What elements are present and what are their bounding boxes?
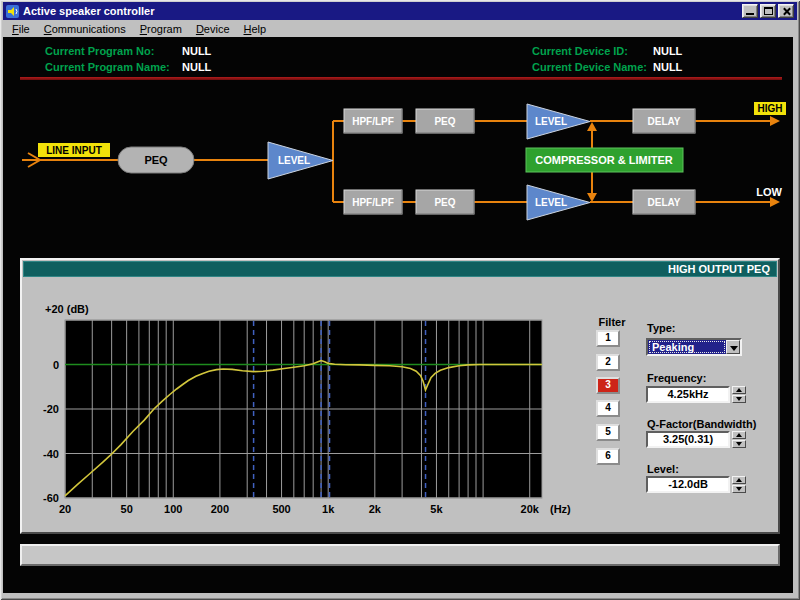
frequency-spin-up[interactable] (732, 386, 746, 394)
status-bar (20, 544, 780, 566)
svg-text:1k: 1k (322, 503, 335, 515)
svg-text:LEVEL: LEVEL (535, 197, 567, 208)
compressor-limiter-block[interactable]: COMPRESSOR & LIMITER (526, 148, 683, 172)
level-label: Level: (647, 463, 679, 475)
type-dropdown-button[interactable] (726, 340, 740, 354)
filter-label: Filter (594, 316, 630, 328)
close-button[interactable] (778, 4, 794, 18)
svg-text:500: 500 (272, 503, 290, 515)
q-factor-spin-up[interactable] (732, 431, 746, 439)
low-peq-block[interactable]: PEQ (416, 190, 474, 214)
frequency-spin-down[interactable] (732, 395, 746, 403)
window-controls (742, 4, 794, 18)
current-program-name-label: Current Program Name: (45, 61, 170, 73)
high-output-label: HIGH (758, 103, 783, 114)
input-level-block[interactable]: LEVEL (268, 142, 333, 179)
high-hpf-block[interactable]: HPF/LPF (344, 109, 402, 133)
current-device-name-value: NULL (653, 61, 682, 73)
level-field[interactable]: -12.0dB (646, 476, 730, 493)
menu-device[interactable]: Device (189, 21, 237, 37)
level-spin-up[interactable] (732, 476, 746, 484)
low-output-label: LOW (756, 186, 782, 198)
type-dropdown[interactable]: Peaking (646, 338, 742, 356)
svg-text:50: 50 (121, 503, 133, 515)
maximize-button[interactable] (760, 4, 776, 18)
svg-text:PEQ: PEQ (434, 197, 455, 208)
low-level-block[interactable]: LEVEL (527, 185, 590, 220)
type-selected-value: Peaking (648, 340, 726, 354)
app-window: Active speaker controller File Communica… (0, 0, 800, 600)
level-spin-down[interactable] (732, 485, 746, 493)
svg-text:PEQ: PEQ (434, 116, 455, 127)
svg-text:5k: 5k (430, 503, 443, 515)
low-hpf-block[interactable]: HPF/LPF (344, 190, 402, 214)
menu-help[interactable]: Help (237, 21, 274, 37)
current-device-name-label: Current Device Name: (532, 61, 647, 73)
menu-program[interactable]: Program (133, 21, 189, 37)
input-peq-block[interactable]: PEQ (118, 147, 194, 173)
minimize-icon (746, 13, 754, 15)
filter-button-3[interactable]: 3 (596, 377, 620, 394)
q-factor-field[interactable]: 3.25(0.31) (646, 431, 730, 448)
menubar: File Communications Program Device Help (3, 20, 797, 37)
high-peq-block[interactable]: PEQ (416, 109, 474, 133)
svg-text:200: 200 (211, 503, 229, 515)
frequency-label: Frequency: (647, 372, 706, 384)
titlebar: Active speaker controller (3, 2, 797, 20)
current-program-no-label: Current Program No: (45, 45, 154, 57)
filter-button-1[interactable]: 1 (596, 330, 620, 347)
filter-button-5[interactable]: 5 (596, 424, 620, 441)
menu-file[interactable]: File (5, 21, 37, 37)
svg-text:20k: 20k (521, 503, 540, 515)
frequency-spinner (732, 386, 746, 403)
spin-down-icon (736, 397, 742, 401)
spin-down-icon (736, 487, 742, 491)
svg-text:+20 (dB): +20 (dB) (45, 303, 89, 315)
current-device-id-value: NULL (653, 45, 682, 57)
app-icon (6, 5, 19, 18)
current-device-id-label: Current Device ID: (532, 45, 628, 57)
filter-button-2[interactable]: 2 (596, 354, 620, 371)
maximize-icon (764, 7, 773, 15)
spin-up-icon (736, 388, 742, 392)
q-factor-spin-down[interactable] (732, 440, 746, 448)
svg-text:0: 0 (53, 359, 59, 371)
low-delay-block[interactable]: DELAY (633, 190, 695, 214)
q-factor-label: Q-Factor(Bandwidth) (647, 418, 756, 430)
high-level-block[interactable]: LEVEL (527, 104, 590, 139)
filter-button-4[interactable]: 4 (596, 400, 620, 417)
svg-text:-60: -60 (43, 492, 59, 504)
svg-text:(Hz): (Hz) (550, 503, 571, 515)
spin-up-icon (736, 433, 742, 437)
svg-text:LEVEL: LEVEL (278, 155, 310, 166)
header-divider (20, 77, 782, 80)
window-title: Active speaker controller (23, 5, 742, 17)
panel-title: HIGH OUTPUT PEQ (23, 261, 777, 277)
frequency-field[interactable]: 4.25kHz (646, 386, 730, 403)
menu-communications[interactable]: Communications (37, 21, 133, 37)
chevron-down-icon (730, 346, 738, 351)
svg-text:2k: 2k (369, 503, 382, 515)
eq-chart-svg: 20501002005001k2k5k20k+20 (dB)0-20-40-60… (32, 300, 577, 515)
minimize-button[interactable] (742, 4, 758, 18)
level-spinner (732, 476, 746, 493)
svg-text:DELAY: DELAY (648, 197, 681, 208)
svg-text:HPF/LPF: HPF/LPF (352, 116, 394, 127)
svg-text:-40: -40 (43, 448, 59, 460)
filter-button-6[interactable]: 6 (596, 448, 620, 465)
spin-down-icon (736, 442, 742, 446)
svg-text:100: 100 (164, 503, 182, 515)
svg-text:COMPRESSOR & LIMITER: COMPRESSOR & LIMITER (535, 154, 673, 166)
svg-text:HPF/LPF: HPF/LPF (352, 197, 394, 208)
svg-text:PEQ: PEQ (144, 154, 168, 166)
current-program-name-value: NULL (182, 61, 211, 73)
svg-text:-20: -20 (43, 403, 59, 415)
svg-text:20: 20 (59, 503, 71, 515)
spin-up-icon (736, 478, 742, 482)
signal-flow-diagram: LINE INPUT PEQ LEVEL HPF/LPF PEQ LEVEL (3, 90, 793, 240)
svg-text:DELAY: DELAY (648, 116, 681, 127)
q-factor-spinner (732, 431, 746, 448)
current-program-no-value: NULL (182, 45, 211, 57)
high-delay-block[interactable]: DELAY (633, 109, 695, 133)
client-area: Current Program No: NULL Current Program… (3, 37, 793, 593)
